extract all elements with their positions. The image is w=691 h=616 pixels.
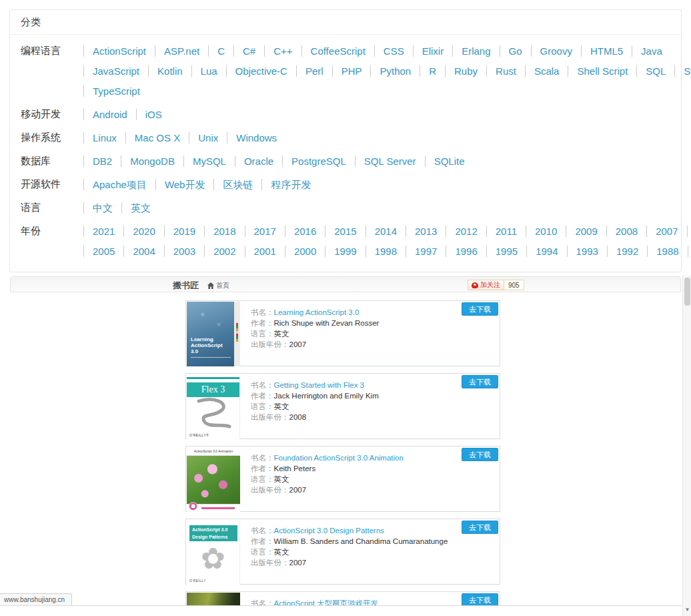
filter-item-link[interactable]: 2000	[285, 246, 325, 257]
book-cover[interactable]: Flex 3 O'REILLY®	[187, 374, 240, 439]
filter-item-link[interactable]: Objective-C	[226, 65, 296, 77]
book-title-link[interactable]: ActionScript 大型网页游戏开发	[274, 599, 379, 606]
filter-item-link[interactable]: 2008	[606, 226, 646, 237]
filter-item-link[interactable]: 1988	[647, 246, 687, 257]
filter-item-link[interactable]: Mac OS X	[125, 132, 189, 143]
filter-item-link[interactable]: ASP.net	[155, 45, 208, 57]
filter-item-link[interactable]: Rust	[486, 65, 525, 77]
filter-item-link[interactable]: 2017	[245, 226, 285, 237]
filter-item-link[interactable]: 1999	[325, 246, 365, 257]
filter-item-link[interactable]: 1994	[526, 246, 566, 257]
filter-item-link[interactable]: Web开发	[155, 179, 214, 190]
filter-item-link[interactable]: 区块链	[213, 179, 261, 190]
filter-item-link[interactable]: CSS	[374, 45, 413, 57]
nav-home-link[interactable]: 首页	[207, 281, 229, 290]
filter-item-link[interactable]: Android	[83, 109, 136, 120]
filter-item-link[interactable]: R	[420, 65, 445, 77]
filter-item-link[interactable]: Go	[500, 45, 531, 57]
book-title-link[interactable]: Getting Started with Flex 3	[274, 381, 365, 389]
filter-item-link[interactable]: ActionScript	[83, 45, 155, 57]
filter-item-link[interactable]: 2014	[366, 226, 406, 237]
filter-item-link[interactable]: Elixir	[413, 45, 453, 57]
book-cover[interactable]: Learning ActionScript 3.0	[187, 302, 240, 366]
filter-item-link[interactable]: SQLite	[425, 156, 474, 167]
filter-item-link[interactable]: Unix	[189, 132, 227, 143]
filter-item-link[interactable]: 2001	[245, 246, 285, 257]
filter-item-link[interactable]: SQL Server	[355, 156, 425, 167]
filter-item-link[interactable]: 2019	[164, 226, 204, 237]
filter-item-link[interactable]: Perl	[296, 65, 332, 77]
filter-item-link[interactable]: PostgreSQL	[282, 156, 355, 167]
book-cover[interactable]	[187, 593, 240, 606]
filter-item-link[interactable]: 2013	[406, 226, 446, 237]
filter-item-link[interactable]: Oracle	[235, 156, 282, 167]
filter-item-link[interactable]: 2021	[83, 226, 123, 237]
filter-item-link[interactable]: iOS	[136, 109, 171, 120]
vertical-scrollbar[interactable]: ▼	[682, 276, 691, 616]
download-button[interactable]: 去下载	[462, 448, 498, 461]
filter-item-link[interactable]: 2011	[486, 226, 526, 237]
filter-item-link[interactable]: 1995	[486, 246, 526, 257]
filter-item-link[interactable]: Shell Script	[568, 65, 636, 77]
filter-item-link[interactable]: 程序开发	[261, 179, 319, 190]
filter-item-link[interactable]: 2020	[123, 226, 163, 237]
filter-item-link[interactable]: Groovy	[531, 45, 581, 57]
filter-item-link[interactable]: 1987	[688, 246, 691, 257]
filter-item-link[interactable]: Erlang	[452, 45, 499, 57]
filter-item-link[interactable]: C#	[233, 45, 264, 57]
filter-item-link[interactable]: JavaScript	[83, 65, 148, 77]
filter-item-link[interactable]: 1992	[607, 246, 647, 257]
filter-item-link[interactable]: 2012	[446, 226, 486, 237]
book-cover[interactable]: ActionScript 3.0 Design Patterns ✿ O'REI…	[187, 520, 240, 585]
book-cover[interactable]: ActionScript 3.0 Animation	[187, 447, 240, 512]
filter-item-link[interactable]: 英文	[121, 202, 159, 214]
book-title-link[interactable]: Learning ActionScript 3.0	[274, 308, 360, 316]
filter-item-link[interactable]: TypeScript	[83, 85, 149, 97]
site-brand[interactable]: 搬书匠	[173, 280, 199, 292]
filter-item-link[interactable]: DB2	[83, 156, 121, 167]
filter-item-link[interactable]: 1993	[567, 246, 607, 257]
filter-item-link[interactable]: Linux	[83, 132, 125, 143]
filter-item-link[interactable]: 2009	[566, 226, 606, 237]
download-button[interactable]: 去下载	[462, 593, 498, 606]
filter-item-link[interactable]: Ruby	[445, 65, 486, 77]
filter-item-link[interactable]: MySQL	[183, 156, 235, 167]
filter-item-link[interactable]: 2007	[646, 226, 686, 237]
weibo-follow-button[interactable]: 加关注	[468, 280, 504, 290]
download-button[interactable]: 去下载	[462, 375, 498, 388]
filter-item-link[interactable]: Kotlin	[148, 65, 191, 77]
book-title-link[interactable]: Foundation ActionScript 3.0 Animation	[274, 454, 404, 462]
filter-item-link[interactable]: MongoDB	[121, 156, 183, 167]
filter-item-link[interactable]: 2016	[285, 226, 325, 237]
filter-item-link[interactable]: Apache项目	[83, 179, 155, 190]
filter-item-link[interactable]: Python	[370, 65, 420, 77]
filter-item-link[interactable]: 2015	[325, 226, 365, 237]
scrollbar-thumb[interactable]	[684, 278, 690, 306]
download-button[interactable]: 去下载	[462, 302, 498, 316]
filter-item-link[interactable]: 2018	[204, 226, 244, 237]
filter-item-link[interactable]: 2004	[123, 246, 163, 257]
filter-item-link[interactable]: 1998	[366, 246, 406, 257]
book-title-link[interactable]: ActionScript 3.0 Design Patterns	[274, 527, 385, 535]
filter-item-link[interactable]: Windows	[227, 132, 285, 143]
filter-item-link[interactable]: Scala	[525, 65, 568, 77]
filter-item-link[interactable]: 1997	[406, 246, 446, 257]
filter-item-link[interactable]: 2010	[526, 226, 566, 237]
filter-item-link[interactable]: SQL	[636, 65, 674, 77]
filter-item-link[interactable]: 2003	[164, 246, 204, 257]
filter-item-link[interactable]: CoffeeScript	[301, 45, 374, 57]
filter-item-link[interactable]: 2005	[83, 246, 123, 257]
filter-item-link[interactable]: 中文	[83, 202, 121, 214]
filter-item-link[interactable]: 2006	[687, 226, 691, 237]
weibo-follower-count[interactable]: 905	[504, 280, 524, 290]
scrollbar-down-arrow-icon[interactable]: ▼	[683, 606, 691, 614]
filter-item-link[interactable]: HTML5	[581, 45, 632, 57]
filter-item-link[interactable]: PHP	[332, 65, 371, 77]
filter-item-link[interactable]: C	[208, 45, 233, 57]
filter-item-link[interactable]: Java	[632, 45, 671, 57]
filter-item-link[interactable]: Swift	[674, 65, 691, 77]
filter-item-link[interactable]: Lua	[191, 65, 226, 77]
download-button[interactable]: 去下载	[462, 521, 498, 534]
filter-item-link[interactable]: 2002	[204, 246, 244, 257]
filter-item-link[interactable]: C++	[264, 45, 301, 57]
